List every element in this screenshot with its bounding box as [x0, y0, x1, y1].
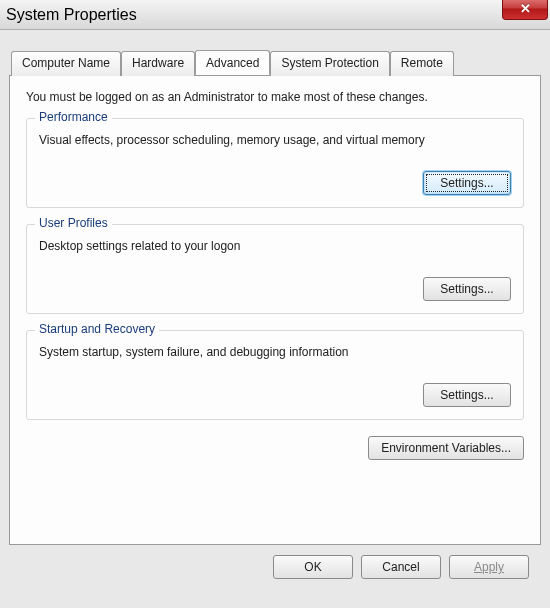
tab-advanced[interactable]: Advanced [195, 50, 270, 75]
environment-variables-button[interactable]: Environment Variables... [368, 436, 524, 460]
user-profiles-desc: Desktop settings related to your logon [39, 239, 511, 253]
tab-computer-name[interactable]: Computer Name [11, 51, 121, 76]
performance-group: Performance Visual effects, processor sc… [26, 118, 524, 208]
tab-remote[interactable]: Remote [390, 51, 454, 76]
advanced-panel: You must be logged on as an Administrato… [9, 75, 541, 545]
startup-recovery-desc: System startup, system failure, and debu… [39, 345, 511, 359]
cancel-button[interactable]: Cancel [361, 555, 441, 579]
performance-settings-button[interactable]: Settings... [423, 171, 511, 195]
startup-recovery-settings-button[interactable]: Settings... [423, 383, 511, 407]
ok-button[interactable]: OK [273, 555, 353, 579]
close-button[interactable]: ✕ [502, 0, 548, 20]
startup-recovery-legend: Startup and Recovery [35, 322, 159, 336]
dialog-button-bar: OK Cancel Apply [9, 545, 541, 579]
user-profiles-group: User Profiles Desktop settings related t… [26, 224, 524, 314]
tab-system-protection[interactable]: System Protection [270, 51, 389, 76]
startup-recovery-group: Startup and Recovery System startup, sys… [26, 330, 524, 420]
title-bar: System Properties ✕ [0, 0, 550, 30]
user-profiles-settings-button[interactable]: Settings... [423, 277, 511, 301]
user-profiles-legend: User Profiles [35, 216, 112, 230]
apply-label: Apply [474, 560, 504, 574]
window-title: System Properties [6, 6, 137, 24]
dialog-body: Computer Name Hardware Advanced System P… [0, 30, 550, 589]
apply-button[interactable]: Apply [449, 555, 529, 579]
performance-legend: Performance [35, 110, 112, 124]
tab-strip: Computer Name Hardware Advanced System P… [11, 50, 541, 75]
close-icon: ✕ [520, 1, 531, 16]
performance-desc: Visual effects, processor scheduling, me… [39, 133, 511, 147]
intro-text: You must be logged on as an Administrato… [26, 90, 524, 104]
tab-hardware[interactable]: Hardware [121, 51, 195, 76]
